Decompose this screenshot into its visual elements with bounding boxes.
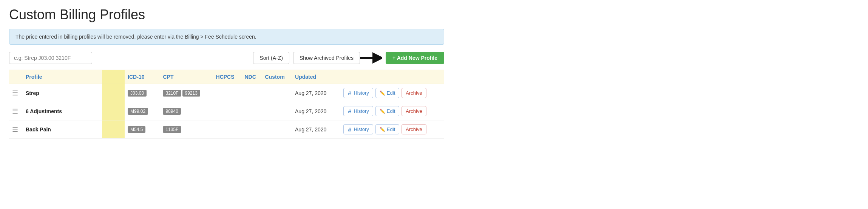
alert-banner: The price entered in billing profiles wi… <box>9 29 444 45</box>
search-input[interactable] <box>9 52 92 64</box>
hcpcs-cell <box>213 102 242 120</box>
actions-cell: 🖨 History ✏️ Edit Archive <box>340 120 444 139</box>
cpt-cell: 3210F99213 <box>160 84 213 102</box>
col-header-cpt: CPT <box>160 70 213 84</box>
edit-icon: ✏️ <box>380 127 385 132</box>
col-header-hcpcs: HCPCS <box>213 70 242 84</box>
yellow-cell <box>102 102 125 120</box>
col-header-custom: Custom <box>262 70 292 84</box>
history-label: History <box>354 126 369 132</box>
custom-cell <box>262 84 292 102</box>
yellow-cell <box>102 120 125 139</box>
col-header-profile: Profile <box>23 70 102 84</box>
edit-icon: ✏️ <box>380 90 385 96</box>
custom-cell <box>262 102 292 120</box>
icd10-badge: J03.00 <box>128 90 147 97</box>
arrow-container: Show Archived Profiles <box>293 51 382 64</box>
actions-group: 🖨 History ✏️ Edit Archive <box>343 124 441 134</box>
edit-label: Edit <box>387 126 395 132</box>
history-icon: 🖨 <box>348 109 352 114</box>
show-archived-button[interactable]: Show Archived Profiles <box>293 52 360 64</box>
cpt-cell: 1135F <box>160 120 213 139</box>
drag-handle-icon[interactable]: ☰ <box>12 89 20 97</box>
drag-handle[interactable]: ☰ <box>9 102 23 120</box>
cpt-badge: 3210F <box>163 90 181 97</box>
drag-col-header <box>9 70 23 84</box>
drag-handle-icon[interactable]: ☰ <box>12 126 20 133</box>
icd10-badge: M99.02 <box>128 108 148 115</box>
table-header-row: Profile ICD-10 CPT HCPCS NDC Custom Upda… <box>9 70 444 84</box>
profile-name: 6 Adjustments <box>23 102 102 120</box>
custom-cell <box>262 120 292 139</box>
table-body: ☰StrepJ03.003210F99213Aug 27, 2020 🖨 His… <box>9 84 444 139</box>
hcpcs-cell <box>213 120 242 139</box>
icd10-cell: M99.02 <box>125 102 160 120</box>
edit-button[interactable]: ✏️ Edit <box>375 106 399 116</box>
icd10-badge: M54.5 <box>128 126 145 133</box>
col-header-icd10: ICD-10 <box>125 70 160 84</box>
edit-icon: ✏️ <box>380 109 385 114</box>
cpt-badge: 98940 <box>163 108 181 115</box>
history-label: History <box>354 108 369 114</box>
profiles-table: Profile ICD-10 CPT HCPCS NDC Custom Upda… <box>9 70 444 139</box>
history-icon: 🖨 <box>348 90 352 96</box>
icd10-cell: M54.5 <box>125 120 160 139</box>
history-icon: 🖨 <box>348 127 352 132</box>
archive-button[interactable]: Archive <box>402 88 426 98</box>
sort-button[interactable]: Sort (A-Z) <box>253 52 289 64</box>
drag-handle-icon[interactable]: ☰ <box>12 108 20 115</box>
edit-label: Edit <box>387 90 395 96</box>
archive-button[interactable]: Archive <box>402 106 426 116</box>
table-row: ☰Back PainM54.51135FAug 27, 2020 🖨 Histo… <box>9 120 444 139</box>
actions-cell: 🖨 History ✏️ Edit Archive <box>340 84 444 102</box>
edit-button[interactable]: ✏️ Edit <box>375 124 399 134</box>
actions-cell: 🖨 History ✏️ Edit Archive <box>340 102 444 120</box>
history-label: History <box>354 90 369 96</box>
ndc-cell <box>241 102 262 120</box>
actions-group: 🖨 History ✏️ Edit Archive <box>343 88 441 98</box>
arrow-icon <box>359 51 382 64</box>
cpt-cell: 98940 <box>160 102 213 120</box>
col-header-ndc: NDC <box>241 70 262 84</box>
history-button[interactable]: 🖨 History <box>343 124 373 134</box>
alert-message: The price entered in billing profiles wi… <box>15 34 256 40</box>
ndc-cell <box>241 84 262 102</box>
cpt-badge: 99213 <box>182 90 200 97</box>
table-row: ☰6 AdjustmentsM99.0298940Aug 27, 2020 🖨 … <box>9 102 444 120</box>
archive-label: Archive <box>406 126 422 132</box>
page-title: Custom Billing Profiles <box>9 7 444 23</box>
icd10-cell: J03.00 <box>125 84 160 102</box>
updated-cell: Aug 27, 2020 <box>292 84 340 102</box>
archive-label: Archive <box>406 90 422 96</box>
drag-handle[interactable]: ☰ <box>9 84 23 102</box>
archive-label: Archive <box>406 108 422 114</box>
toolbar: Sort (A-Z) Show Archived Profiles + Add … <box>9 51 444 64</box>
history-button[interactable]: 🖨 History <box>343 88 373 98</box>
edit-label: Edit <box>387 108 395 114</box>
profile-name: Strep <box>23 84 102 102</box>
actions-group: 🖨 History ✏️ Edit Archive <box>343 106 441 116</box>
col-header-actions <box>340 70 444 84</box>
archive-button[interactable]: Archive <box>402 124 426 134</box>
yellow-cell <box>102 84 125 102</box>
col-header-yellow <box>102 70 125 84</box>
drag-handle[interactable]: ☰ <box>9 120 23 139</box>
table-row: ☰StrepJ03.003210F99213Aug 27, 2020 🖨 His… <box>9 84 444 102</box>
history-button[interactable]: 🖨 History <box>343 106 373 116</box>
add-profile-button[interactable]: + Add New Profile <box>386 52 444 64</box>
page-wrapper: Custom Billing Profiles The price entere… <box>0 0 453 139</box>
cpt-badge: 1135F <box>163 126 181 133</box>
profile-name: Back Pain <box>23 120 102 139</box>
edit-button[interactable]: ✏️ Edit <box>375 88 399 98</box>
col-header-updated: Updated <box>292 70 340 84</box>
hcpcs-cell <box>213 84 242 102</box>
ndc-cell <box>241 120 262 139</box>
updated-cell: Aug 27, 2020 <box>292 102 340 120</box>
updated-cell: Aug 27, 2020 <box>292 120 340 139</box>
